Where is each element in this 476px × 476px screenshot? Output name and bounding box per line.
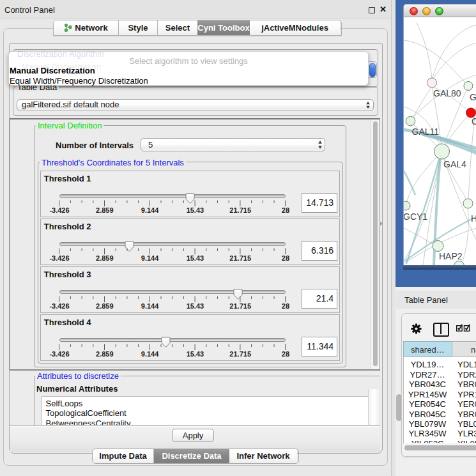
svg-text:GAL11: GAL11 [412, 127, 440, 137]
svg-text:GAL4: GAL4 [443, 159, 466, 169]
svg-text:C: C [472, 116, 476, 127]
svg-text:GAL80: GAL80 [433, 88, 461, 98]
svg-text:HAP2: HAP2 [439, 251, 463, 261]
svg-text:G…: G… [470, 92, 476, 102]
svg-text:H: H [471, 213, 476, 224]
svg-text:GCY1: GCY1 [404, 211, 427, 222]
